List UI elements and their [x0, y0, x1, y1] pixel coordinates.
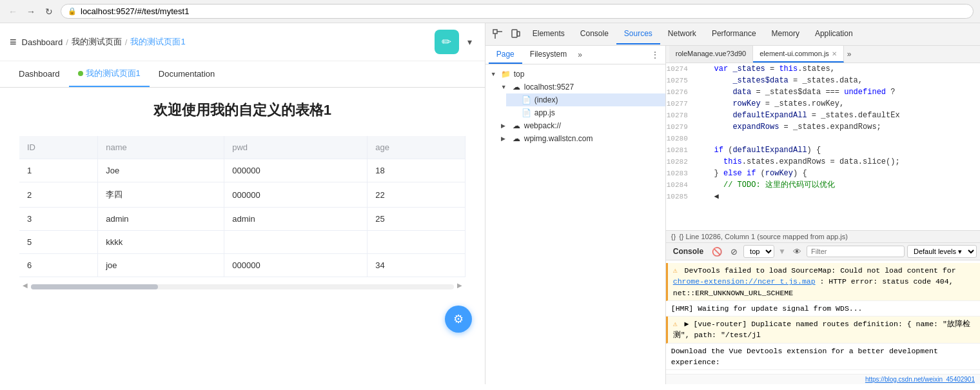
subtab-page[interactable]: Page: [489, 46, 522, 64]
header-dropdown-button[interactable]: ▾: [464, 34, 475, 50]
refresh-button[interactable]: ↻: [43, 5, 55, 18]
console-filter-input[interactable]: [807, 246, 905, 257]
scroll-right-arrow[interactable]: ▶: [454, 280, 466, 290]
lock-icon: 🔒: [68, 7, 77, 15]
line-number: 10279: [666, 121, 693, 133]
app-panel: ≡ Dashboard / 我的测试页面 / 我的测试页面1 ✏ ▾ Dashb…: [0, 23, 485, 384]
tab-network[interactable]: Network: [660, 24, 704, 44]
tab-memory[interactable]: Memory: [764, 24, 807, 44]
line-content: var _states = this.states,: [693, 63, 835, 75]
console-entry-devtools: Download the Vue Devtools extension for …: [666, 344, 980, 371]
cell-age: [368, 231, 466, 254]
devtools-panel: Elements Console Sources Network Perform…: [485, 23, 980, 384]
line-number: 10278: [666, 110, 693, 121]
subtab-menu-button[interactable]: ⋮: [648, 47, 662, 63]
inspect-element-button[interactable]: [489, 23, 507, 45]
console-sourcemap-link[interactable]: chrome-extension://ncer t.js.map: [673, 277, 816, 286]
line-number: 10275: [666, 75, 693, 86]
console-devtools-text: Download the Vue Devtools extension for …: [671, 347, 938, 366]
device-toggle-button[interactable]: [507, 23, 525, 45]
cell-pwd: [224, 231, 368, 254]
col-pwd: pwd: [224, 136, 368, 159]
console-eye-button[interactable]: 👁: [790, 244, 804, 258]
console-context-select[interactable]: top: [743, 245, 774, 258]
line-number: 10285: [666, 191, 693, 202]
cell-id: 6: [19, 254, 98, 277]
tab-elements[interactable]: Elements: [525, 24, 573, 44]
fab-settings-button[interactable]: ⚙: [445, 306, 472, 333]
app-header: ≡ Dashboard / 我的测试页面 / 我的测试页面1 ✏ ▾: [0, 23, 485, 61]
console-warn-text-before: DevTools failed to load SourceMap: Could…: [685, 266, 956, 275]
code-tab-elementui[interactable]: element-ui.common.js ✕: [753, 46, 844, 63]
console-clear-button[interactable]: 🚫: [710, 244, 724, 258]
cell-id: 5: [19, 231, 98, 254]
table-row: 6 joe 000000 34: [19, 254, 465, 277]
scrollbar-thumb[interactable]: [31, 284, 158, 289]
breadcrumb: Dashboard / 我的测试页面 / 我的测试页面1: [22, 36, 186, 48]
cell-name: admin: [98, 208, 224, 231]
code-content[interactable]: 10274 var _states = this.states, 10275 _…: [666, 63, 980, 230]
breadcrumb-root[interactable]: Dashboard: [22, 37, 63, 47]
tree-item-top[interactable]: ▼ 📁 top: [485, 68, 665, 81]
console-levels-select[interactable]: Default levels ▾: [907, 245, 977, 258]
console-title[interactable]: Console: [669, 244, 707, 258]
scrollbar-track[interactable]: [31, 284, 454, 289]
url-text: localhost:9527/#/test/mytest1: [81, 6, 189, 16]
code-tabs: roleManage.vue?3d90 element-ui.common.js…: [666, 46, 980, 63]
code-line: 10282 this.states.expandRows = data.slic…: [666, 156, 980, 168]
line-content: defaultExpandAll = _states.defaultEx: [693, 110, 900, 121]
tab-console[interactable]: Console: [573, 24, 616, 44]
cell-id: 1: [19, 159, 98, 182]
cell-name: kkkk: [98, 231, 224, 254]
console-toolbar: Console 🚫 ⊘ top ▼ 👁 Default levels ▾: [666, 243, 980, 260]
header-pencil-icon[interactable]: ✏: [435, 30, 459, 54]
line-number: 10281: [666, 144, 693, 156]
tree-item-appjs[interactable]: 📄 app.js: [506, 106, 665, 119]
tree-item-index[interactable]: 📄 (index): [506, 93, 665, 106]
scroll-left-arrow[interactable]: ◀: [19, 280, 31, 290]
line-number: 10280: [666, 133, 693, 144]
code-tab-rolemanage[interactable]: roleManage.vue?3d90: [669, 46, 753, 63]
browser-chrome: ← → ↻ 🔒 localhost:9527/#/test/mytest1: [0, 0, 980, 23]
hamburger-button[interactable]: ≡: [10, 35, 17, 49]
code-line: 10278 defaultExpandAll = _states.default…: [666, 110, 980, 121]
tree-item-wpimg[interactable]: ▶ ☁ wpimg.wallstcn.com: [496, 132, 665, 145]
tab-application[interactable]: Application: [807, 24, 861, 44]
tree-arrow-localhost: ▼: [501, 84, 509, 90]
tree-label-wpimg: wpimg.wallstcn.com: [524, 134, 593, 143]
address-bar[interactable]: 🔒 localhost:9527/#/test/mytest1: [61, 4, 974, 19]
table-container: ID name pwd age 1 Joe 000000 18: [19, 136, 466, 290]
tab-mytest[interactable]: 我的测试页面1: [69, 61, 150, 87]
tab-dashboard[interactable]: Dashboard: [10, 63, 69, 86]
console-bottom-url[interactable]: https://blog.csdn.net/weixin_45402901: [865, 376, 975, 383]
nav-tabs: Dashboard 我的测试页面1 Documentation: [0, 61, 485, 88]
devtools-topbar: Elements Console Sources Network Perform…: [485, 23, 980, 46]
cell-name: 李四: [98, 182, 224, 208]
line-number: 10276: [666, 86, 693, 98]
tree-item-localhost[interactable]: ▼ ☁ localhost:9527: [496, 81, 665, 93]
tree-label-appjs: app.js: [534, 108, 555, 117]
warn-icon2: ⚠: [673, 320, 678, 328]
cell-age: 25: [368, 208, 466, 231]
cell-pwd: admin: [224, 208, 368, 231]
subtab-filesystem[interactable]: Filesystem: [522, 46, 574, 64]
breadcrumb-parent[interactable]: 我的测试页面: [72, 36, 122, 48]
code-tab-more-button[interactable]: »: [844, 46, 855, 63]
table-row: 3 admin admin 25: [19, 208, 465, 231]
forward-button[interactable]: →: [24, 5, 37, 18]
devtools-tabs: Elements Console Sources Network Perform…: [525, 24, 977, 44]
code-tab-close-elementui[interactable]: ✕: [832, 50, 837, 57]
tab-sources[interactable]: Sources: [616, 24, 660, 44]
back-button[interactable]: ←: [6, 5, 19, 18]
tab-performance[interactable]: Performance: [704, 24, 764, 44]
cell-age: 18: [368, 159, 466, 182]
table-horizontal-scrollbar[interactable]: ◀ ▶: [19, 280, 466, 290]
tree-arrow-wpimg: ▶: [501, 135, 509, 142]
browser-toolbar: ← → ↻ 🔒 localhost:9527/#/test/mytest1: [0, 0, 980, 23]
table-row: 2 李四 000000 22: [19, 182, 465, 208]
tree-item-webpack[interactable]: ▶ ☁ webpack://: [496, 119, 665, 132]
subtab-more-button[interactable]: »: [574, 46, 585, 63]
tab-documentation[interactable]: Documentation: [150, 63, 224, 86]
console-stop-button[interactable]: ⊘: [727, 244, 741, 258]
device-icon: [511, 29, 520, 39]
